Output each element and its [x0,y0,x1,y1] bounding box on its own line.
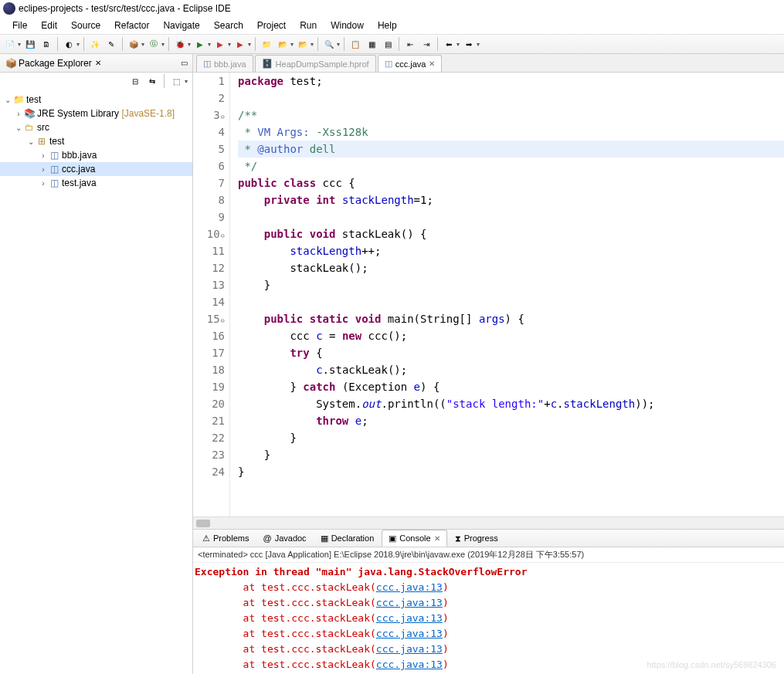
code-line[interactable]: throw e; [238,412,784,429]
package-icon[interactable]: 📦 [127,37,141,51]
scroll-thumb[interactable] [196,520,210,527]
editor-tab[interactable]: 🗄️HeapDumpSample.hprof [255,55,376,72]
folding-strip[interactable] [230,73,238,517]
bottom-tab-declaration[interactable]: ▦Declaration [314,530,381,547]
code-line[interactable]: try { [238,344,784,361]
source-link[interactable]: ccc.java:13 [376,612,443,624]
tree-file[interactable]: ›◫test.java [0,176,192,190]
line-number[interactable]: 17 [193,344,225,361]
code-line[interactable]: * @author dell [238,141,784,157]
search-icon[interactable]: 🔍 [322,37,336,51]
new-icon[interactable]: 📄 [3,37,17,51]
code-line[interactable]: System.out.println(("stack length:"+c.st… [238,395,784,412]
ext-run-icon[interactable]: ▶ [233,37,247,51]
pin-icon[interactable]: ⇤ [403,37,417,51]
code-line[interactable]: stackLeak(); [238,259,784,276]
menu-window[interactable]: Window [324,19,370,32]
line-number[interactable]: 24 [193,463,225,480]
close-icon[interactable]: ✕ [95,59,101,67]
code-line[interactable] [238,293,784,310]
wand-icon[interactable]: ✎ [104,37,118,51]
line-number[interactable]: 20 [193,395,225,412]
bottom-tab-javadoc[interactable]: @Javadoc [256,530,312,547]
bottom-tab-problems[interactable]: ⚠Problems [196,530,255,547]
source-link[interactable]: ccc.java:13 [376,659,443,670]
code-line[interactable] [238,90,784,107]
line-number[interactable]: 23 [193,446,225,463]
code-line[interactable]: public static void main(String[] args) { [238,310,784,327]
tree-package[interactable]: ⌄⊞test [0,134,192,148]
breadcrumb-icon[interactable]: ▤ [381,37,395,51]
pin2-icon[interactable]: ⇥ [419,37,433,51]
bottom-tab-progress[interactable]: ⧗Progress [449,530,504,547]
dropdown-icon[interactable]: ▾ [248,41,251,48]
code-line[interactable]: } catch (Exception e) { [238,378,784,395]
code-line[interactable]: stackLength++; [238,242,784,259]
line-number[interactable]: 6 [193,157,225,174]
focus-icon[interactable]: ⬚ [169,74,183,88]
code-line[interactable]: /** [238,107,784,124]
dropdown-icon[interactable]: ▾ [141,41,144,48]
menu-run[interactable]: Run [294,19,323,32]
task-icon[interactable]: 📋 [348,37,362,51]
run-icon[interactable]: ▶ [193,37,207,51]
new-java-icon[interactable]: 📁 [260,37,273,51]
close-icon[interactable]: ✕ [434,534,440,543]
minimize-icon[interactable]: ▭ [181,59,188,67]
line-number[interactable]: 11 [193,242,225,259]
line-number[interactable]: 21 [193,412,225,429]
line-number[interactable]: 12 [193,259,225,276]
code-line[interactable]: private int stackLength=1; [238,191,784,208]
link-editor-icon[interactable]: ⇆ [145,74,159,88]
source-link[interactable]: ccc.java:13 [376,643,443,655]
code-line[interactable]: } [238,276,784,293]
dropdown-icon[interactable]: ▾ [188,41,191,48]
line-number[interactable]: 19 [193,378,225,395]
tree-project[interactable]: ⌄📁test [0,93,192,107]
line-number[interactable]: 13 [193,276,225,293]
back-icon[interactable]: ⬅ [442,37,456,51]
project-tree[interactable]: ⌄📁test ›📚JRE System Library [JavaSE-1.8]… [0,90,192,193]
code-line[interactable]: public class ccc { [238,174,784,191]
menu-navigate[interactable]: Navigate [157,19,205,32]
line-gutter[interactable]: 123456789101112131415161718192021222324 [193,73,230,517]
menu-source[interactable]: Source [65,19,107,32]
folder-icon[interactable]: 📂 [276,37,290,51]
tree-file[interactable]: ›◫bbb.java [0,148,192,162]
dropdown-icon[interactable]: ▾ [456,41,460,48]
code-line[interactable]: c.stackLeak(); [238,361,784,378]
line-number[interactable]: 1 [193,73,225,90]
collapse-all-icon[interactable]: ⊟ [128,74,142,88]
code-line[interactable]: * VM Args: -Xss128k [238,124,784,141]
source-link[interactable]: ccc.java:13 [376,597,443,608]
dropdown-icon[interactable]: ▾ [477,41,480,48]
open-type-icon[interactable]: ✨ [88,37,102,51]
outline-icon[interactable]: ▦ [365,37,378,51]
menu-edit[interactable]: Edit [35,19,63,32]
code-editor[interactable]: 123456789101112131415161718192021222324 … [193,73,784,517]
save-icon[interactable]: 💾 [23,37,37,51]
line-number[interactable]: 10 [193,225,225,242]
line-number[interactable]: 3 [193,107,225,124]
menu-project[interactable]: Project [251,19,292,32]
dropdown-icon[interactable]: ▾ [290,41,294,48]
line-number[interactable]: 16 [193,327,225,344]
menu-help[interactable]: Help [372,19,403,32]
dropdown-icon[interactable]: ▾ [311,41,314,48]
folder2-icon[interactable]: 📂 [296,37,310,51]
menu-search[interactable]: Search [208,19,249,32]
line-number[interactable]: 18 [193,361,225,378]
dropdown-icon[interactable]: ▾ [337,41,340,48]
dropdown-icon[interactable]: ▾ [18,41,21,48]
dropdown-icon[interactable]: ▾ [161,41,165,48]
code-line[interactable]: } [238,446,784,463]
code-line[interactable] [238,208,784,225]
line-number[interactable]: 15 [193,310,225,327]
console-output[interactable]: Exception in thread "main" java.lang.Sta… [193,563,784,674]
view-menu-icon[interactable]: ▾ [185,78,188,85]
coverage-icon[interactable]: ▶ [213,37,227,51]
line-number[interactable]: 7 [193,174,225,191]
line-number[interactable]: 8 [193,191,225,208]
dropdown-icon[interactable]: ▾ [76,41,80,48]
source-link[interactable]: ccc.java:13 [376,581,443,593]
